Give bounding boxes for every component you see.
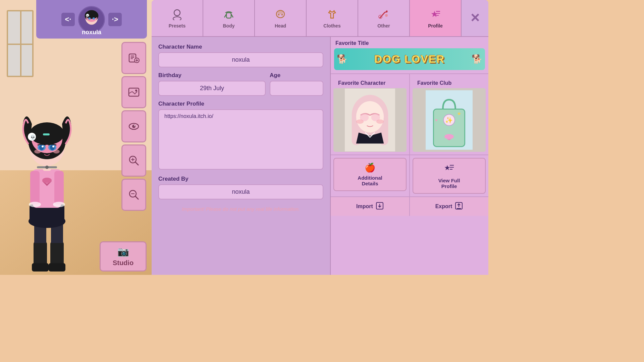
import-button[interactable]: Import bbox=[331, 197, 410, 216]
action-buttons-section: 🍎 AdditionalDetails ★ bbox=[331, 155, 488, 196]
created-by-label: Created By bbox=[158, 176, 323, 182]
character-svg: 💀 bbox=[13, 80, 80, 275]
favorite-character-label: Favorite Character bbox=[333, 77, 407, 88]
svg-rect-10 bbox=[54, 171, 64, 204]
character-profile-label: Character Profile bbox=[158, 101, 323, 107]
presets-label: Presets bbox=[169, 23, 186, 28]
age-field: Age bbox=[270, 72, 323, 96]
svg-point-29 bbox=[52, 145, 54, 147]
svg-rect-23 bbox=[43, 133, 50, 135]
svg-point-77 bbox=[385, 14, 388, 17]
age-input[interactable] bbox=[270, 81, 323, 96]
svg-point-28 bbox=[42, 145, 44, 147]
age-label: Age bbox=[270, 72, 323, 79]
svg-point-41 bbox=[93, 17, 95, 19]
prev-character-button[interactable]: <· bbox=[61, 13, 75, 26]
clothes-label: Clothes bbox=[323, 23, 340, 28]
additional-details-label: AdditionalDetails bbox=[358, 175, 382, 186]
birthday-input[interactable] bbox=[158, 81, 266, 96]
import-export-row: Import Export bbox=[331, 196, 488, 216]
svg-rect-43 bbox=[95, 16, 95, 18]
character-profile-input[interactable]: https://noxula.itch.io/ bbox=[158, 109, 323, 170]
profile-star-icon: ★ bbox=[444, 163, 454, 176]
svg-text:★: ★ bbox=[444, 165, 450, 171]
svg-rect-9 bbox=[30, 171, 40, 204]
content-area: Character Name Birthday Age Character Pr… bbox=[152, 37, 488, 275]
svg-point-13 bbox=[29, 202, 41, 207]
import-label: Import bbox=[356, 203, 373, 209]
tab-bar: Presets Body Head Clothes Other bbox=[152, 0, 488, 37]
body-icon bbox=[223, 8, 235, 22]
svg-point-72 bbox=[278, 14, 280, 15]
profile-label: Profile bbox=[428, 23, 443, 28]
next-character-button[interactable]: ·> bbox=[108, 13, 122, 26]
favorite-club-image[interactable]: ✨ ★ ♥ bbox=[413, 88, 486, 152]
close-button[interactable]: ✕ bbox=[462, 0, 488, 36]
svg-rect-51 bbox=[129, 88, 139, 96]
import-icon bbox=[376, 202, 384, 211]
close-icon: ✕ bbox=[470, 12, 480, 24]
svg-point-55 bbox=[135, 89, 137, 92]
svg-point-67 bbox=[173, 17, 181, 20]
svg-point-33 bbox=[45, 166, 49, 169]
svg-line-60 bbox=[135, 162, 139, 165]
image-tool[interactable] bbox=[121, 76, 146, 108]
created-by-input[interactable] bbox=[158, 184, 323, 199]
character-name-input[interactable] bbox=[158, 52, 323, 67]
side-toolbar bbox=[121, 42, 148, 211]
svg-point-73 bbox=[281, 14, 283, 15]
svg-point-27 bbox=[50, 145, 55, 150]
svg-point-30 bbox=[34, 149, 41, 154]
zoom-out-tool[interactable] bbox=[121, 179, 146, 211]
view-full-profile-col: ★ View FullProfile bbox=[410, 155, 488, 196]
favorite-title-section: Favorite Title 🐕 DOG LOVER 🐕 bbox=[331, 37, 488, 73]
additional-details-button[interactable]: 🍎 AdditionalDetails bbox=[333, 158, 407, 191]
svg-point-40 bbox=[88, 17, 91, 19]
favorite-character-image[interactable] bbox=[333, 88, 407, 152]
other-label: Other bbox=[377, 23, 390, 28]
svg-point-26 bbox=[39, 145, 44, 150]
head-label: Head bbox=[275, 23, 286, 28]
dog-lover-text: DOG LOVER bbox=[374, 53, 445, 65]
eye-tool[interactable] bbox=[121, 110, 146, 142]
svg-line-52 bbox=[129, 92, 132, 94]
tab-profile[interactable]: ★ Profile bbox=[410, 0, 462, 36]
tab-other[interactable]: Other bbox=[358, 0, 410, 36]
character-display: 💀 bbox=[10, 47, 84, 275]
character-name-display: noxula bbox=[36, 29, 147, 36]
zoom-in-tool[interactable] bbox=[121, 144, 146, 177]
tab-clothes[interactable]: Clothes bbox=[307, 0, 358, 36]
info-panel: Favorite Title 🐕 DOG LOVER 🐕 Favorite Ch… bbox=[331, 37, 488, 275]
svg-point-58 bbox=[134, 125, 135, 126]
dog-emoji-right: 🐕 bbox=[472, 54, 482, 64]
favorite-title-banner[interactable]: 🐕 DOG LOVER 🐕 bbox=[334, 48, 485, 70]
add-character-tool[interactable] bbox=[121, 42, 146, 74]
svg-text:💀: 💀 bbox=[30, 134, 36, 140]
svg-line-54 bbox=[135, 92, 137, 94]
svg-point-31 bbox=[53, 149, 60, 154]
favorite-club-label: Favorite Club bbox=[413, 77, 486, 88]
favorite-character-col: Favorite Character bbox=[331, 74, 410, 155]
studio-button[interactable]: 📷 Studio bbox=[100, 241, 147, 272]
tab-body[interactable]: Body bbox=[203, 0, 255, 36]
svg-point-12 bbox=[42, 178, 52, 183]
favorite-title-label: Favorite Title bbox=[331, 37, 488, 48]
export-button[interactable]: Export bbox=[410, 197, 488, 216]
svg-point-14 bbox=[53, 202, 65, 207]
svg-rect-3 bbox=[49, 263, 65, 272]
tab-presets[interactable]: Presets bbox=[152, 0, 203, 36]
birthday-field: Birthday bbox=[158, 72, 266, 96]
svg-point-66 bbox=[174, 10, 180, 16]
dog-emoji-left: 🐕 bbox=[337, 54, 347, 64]
tab-head[interactable]: Head bbox=[255, 0, 307, 36]
favorite-club-col: Favorite Club ✨ ★ bbox=[410, 74, 488, 155]
svg-point-98 bbox=[444, 134, 454, 139]
svg-point-89 bbox=[356, 119, 364, 124]
svg-text:♥: ♥ bbox=[435, 118, 438, 123]
body-label: Body bbox=[223, 23, 235, 28]
view-full-profile-button[interactable]: ★ View FullProfile bbox=[413, 158, 486, 194]
other-icon bbox=[378, 8, 390, 22]
export-icon bbox=[455, 202, 463, 211]
svg-point-90 bbox=[376, 119, 384, 124]
apple-icon: 🍎 bbox=[365, 163, 375, 173]
